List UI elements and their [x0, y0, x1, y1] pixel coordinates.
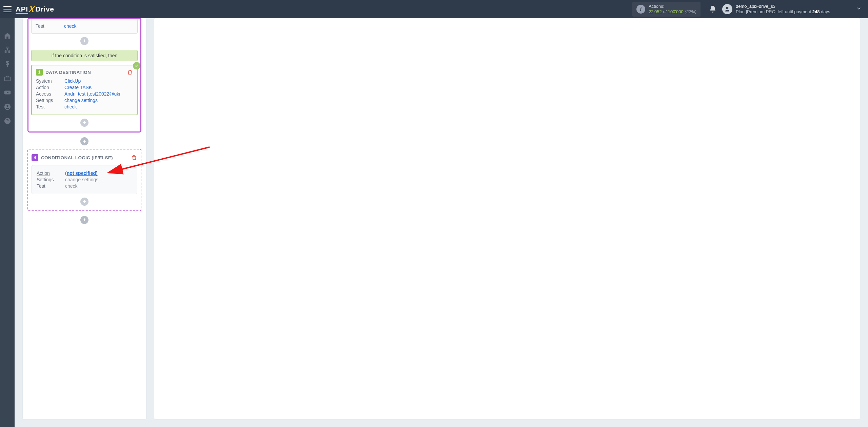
actions-of: of	[663, 9, 667, 14]
check-badge-icon	[133, 62, 140, 69]
user-icon[interactable]	[4, 103, 11, 110]
dest-title: DATA DESTINATION	[45, 70, 91, 75]
sitemap-icon[interactable]	[4, 46, 11, 54]
condition-bar: if the condition is satisfied, then	[31, 50, 138, 61]
cond-settings-text: change settings	[65, 177, 98, 182]
actions-current: 22'052	[649, 9, 662, 14]
flow-panel: Test check + if the condition is satisfi…	[23, 18, 146, 419]
destination-card: 1 DATA DESTINATION SystemClickUp ActionC…	[31, 65, 138, 115]
detail-panel	[154, 18, 860, 419]
add-block-button[interactable]: +	[80, 137, 88, 145]
add-step-button-3[interactable]: +	[80, 198, 88, 206]
dest-number-badge: 1	[36, 69, 43, 76]
user-text: demo_apix-drive_s3 Plan |Premium PRO| le…	[736, 4, 830, 15]
dest-access-link[interactable]: Andrii test (test20022@ukr	[64, 91, 121, 97]
workspace: Test check + if the condition is satisfi…	[15, 18, 868, 427]
cond-test-text: check	[65, 183, 78, 189]
briefcase-icon[interactable]	[4, 75, 11, 82]
cond-action-link[interactable]: (not specified)	[65, 170, 98, 176]
add-step-button-2[interactable]: +	[80, 119, 88, 127]
dest-action-link[interactable]: Create TASK	[64, 85, 92, 90]
menu-icon[interactable]	[3, 5, 12, 13]
bell-icon[interactable]	[709, 5, 717, 13]
sidebar	[0, 18, 15, 427]
row-k-test: Test	[36, 23, 60, 29]
user-chip[interactable]: demo_apix-drive_s3 Plan |Premium PRO| le…	[722, 4, 865, 15]
conditional-block-new: 4 CONDITIONAL LOGIC (IF/ELSE) Action(not…	[27, 149, 141, 211]
add-block-button-2[interactable]: +	[80, 216, 88, 224]
cond-number-badge: 4	[32, 154, 38, 161]
logo[interactable]: API X Drive	[16, 4, 54, 15]
actions-max: 100'000	[668, 9, 684, 14]
dest-system-link[interactable]: ClickUp	[64, 78, 81, 84]
home-icon[interactable]	[4, 32, 11, 39]
svg-point-2	[6, 105, 8, 107]
plan-prefix: Plan |Premium PRO| left until payment	[736, 9, 812, 14]
cond-title: CONDITIONAL LOGIC (IF/ELSE)	[41, 155, 113, 160]
youtube-icon[interactable]	[4, 89, 11, 96]
trash-icon[interactable]	[131, 155, 137, 161]
help-icon[interactable]	[4, 117, 11, 125]
info-icon: i	[636, 5, 645, 14]
logo-x-icon: X	[28, 4, 35, 15]
user-name: demo_apix-drive_s3	[736, 4, 830, 9]
logo-right: Drive	[35, 5, 54, 13]
chevron-down-icon	[856, 5, 862, 13]
topbar: API X Drive i Actions: 22'052 of 100'000…	[0, 0, 868, 18]
actions-text: Actions: 22'052 of 100'000 (22%)	[649, 4, 696, 15]
dollar-icon[interactable]	[4, 60, 11, 68]
source-card-partial: Test check	[31, 19, 138, 34]
avatar-icon	[722, 4, 732, 14]
plan-suffix: days	[820, 9, 830, 14]
actions-label: Actions:	[649, 4, 696, 9]
dest-settings-link[interactable]: change settings	[64, 98, 98, 103]
logo-left: API	[16, 5, 28, 13]
plan-days: 248	[812, 9, 820, 14]
add-step-button[interactable]: +	[80, 37, 88, 45]
dest-test-link[interactable]: check	[64, 104, 77, 109]
row-v-check[interactable]: check	[64, 23, 77, 29]
trash-icon[interactable]	[127, 69, 133, 75]
actions-chip[interactable]: i Actions: 22'052 of 100'000 (22%)	[632, 2, 701, 17]
actions-percent: (22%)	[685, 9, 696, 14]
if-else-block: Test check + if the condition is satisfi…	[27, 18, 141, 133]
